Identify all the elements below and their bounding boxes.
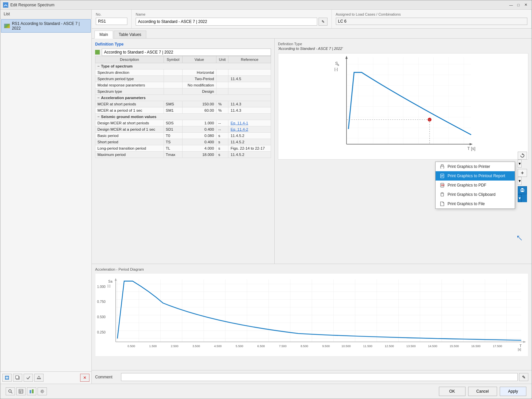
svg-text:0.250: 0.250 <box>97 331 106 334</box>
row-ref: 11.4.3 <box>228 101 271 107</box>
svg-text:12.500: 12.500 <box>385 344 394 348</box>
search-button[interactable] <box>6 387 15 395</box>
tab-table-values[interactable]: Table Values <box>114 31 146 38</box>
row-ref: Eq. 11.4-1 <box>228 120 271 126</box>
add-icon[interactable] <box>2 374 12 382</box>
menu-item-report[interactable]: Print Graphics to Printout Report <box>436 171 515 181</box>
diagram-button[interactable] <box>27 387 36 395</box>
svg-rect-23 <box>521 188 523 190</box>
mini-chart-svg: S a [-] T [s] <box>278 54 528 159</box>
svg-rect-24 <box>521 191 523 192</box>
row-symbol <box>164 69 183 76</box>
svg-text:10.500: 10.500 <box>341 344 351 348</box>
zoom-tool-button[interactable] <box>518 169 527 177</box>
table-row: Maximum period Tmax 18.000 s 11.4.5.2 <box>95 152 271 158</box>
row-value: 0.080 <box>183 133 216 139</box>
title-bar: Edit Response Spectrum — □ ✕ <box>0 0 532 10</box>
row-value: 1.000 <box>183 120 216 126</box>
name-input[interactable] <box>136 18 317 26</box>
row-ref: Figs. 22-14 to 22-17 <box>228 145 271 152</box>
row-symbol: T0 <box>164 133 183 139</box>
ok-button[interactable]: OK <box>439 387 466 396</box>
print-tool-button[interactable] <box>518 186 527 194</box>
cancel-button[interactable]: Cancel <box>468 387 497 396</box>
menu-item-printer[interactable]: Print Graphics to Printer <box>436 162 515 171</box>
chart-def-value: 'According to Standard - ASCE 7 | 2022' <box>278 47 528 51</box>
pdf-icon: PDF <box>440 183 445 188</box>
table-row: Spectrum type Design <box>95 88 271 95</box>
row-symbol: SMS <box>164 101 183 107</box>
table-view-button[interactable] <box>16 387 26 395</box>
menu-item-pdf[interactable]: PDF Print Graphics to PDF <box>436 181 515 190</box>
menu-item-clipboard[interactable]: Print Graphics to Clipboard <box>436 190 515 199</box>
row-unit <box>216 82 228 88</box>
row-symbol: SM1 <box>164 107 183 114</box>
rotate-dropdown[interactable]: ▼ <box>518 160 522 168</box>
row-desc: MCER at a period of 1 sec <box>95 107 164 114</box>
col-unit: Unit <box>216 56 228 63</box>
left-panel: List RS1 According to Standard - ASCE 7 … <box>0 10 92 384</box>
rename-icon[interactable] <box>34 374 44 382</box>
collapse-icon[interactable]: − <box>97 115 100 119</box>
maximize-button[interactable]: □ <box>515 2 522 8</box>
print-dropdown[interactable]: ▼ <box>518 194 522 202</box>
delete-button[interactable]: ✕ <box>80 374 89 382</box>
comment-label: Comment <box>95 375 118 379</box>
no-input[interactable] <box>96 18 127 25</box>
row-ref: 11.4.5.2 <box>228 133 271 139</box>
comment-edit-button[interactable]: ✎ <box>519 373 528 381</box>
settings-button[interactable] <box>38 387 47 395</box>
ref-link[interactable]: Eq. 11.4-2 <box>230 127 248 131</box>
row-value: No modification <box>183 82 216 88</box>
checkmark-icon[interactable] <box>24 374 33 382</box>
section-label: Type of spectrum <box>101 64 133 68</box>
svg-text:8.500: 8.500 <box>301 344 308 348</box>
row-value: 60.00 <box>183 107 216 114</box>
comment-input[interactable] <box>121 373 518 381</box>
row-desc: Spectrum direction <box>95 69 164 76</box>
svg-text:0.750: 0.750 <box>97 300 106 304</box>
svg-text:T: T <box>520 344 522 348</box>
table-row: MCER at short periods SMS 150.00 % 11.4.… <box>95 101 271 107</box>
rotate-tool-button[interactable] <box>518 152 527 160</box>
assigned-input[interactable] <box>336 18 528 25</box>
name-edit-button[interactable]: ✎ <box>319 18 328 26</box>
row-desc: Design MCER at short periods <box>95 120 164 126</box>
list-header: List <box>0 10 91 19</box>
row-desc: Maximum period <box>95 152 164 158</box>
tab-main[interactable]: Main <box>94 31 113 39</box>
definition-type-dropdown[interactable]: According to Standard - ASCE 7 | 2022 <box>102 49 271 56</box>
full-content: Definition Type According to Standard - … <box>92 39 532 384</box>
copy-list-icon[interactable] <box>13 374 22 382</box>
name-cell: Name ✎ <box>132 10 332 28</box>
svg-marker-11 <box>469 143 472 145</box>
row-unit: % <box>216 101 228 107</box>
printer-icon <box>440 164 445 169</box>
col-reference: Reference <box>228 56 271 63</box>
name-input-row: ✎ <box>136 18 328 26</box>
svg-rect-74 <box>32 389 34 393</box>
apply-button[interactable]: Apply <box>500 387 526 396</box>
blue-arrow-indicator: ↑ <box>513 231 525 244</box>
row-value: 150.00 <box>183 101 216 107</box>
svg-text:[-]: [-] <box>334 67 338 71</box>
collapse-icon[interactable]: − <box>97 96 100 100</box>
row-unit <box>216 88 228 95</box>
table-row: Design MCER at short periods SDS 1.000 -… <box>95 120 271 126</box>
menu-item-file[interactable]: Print Graphics to File <box>436 199 515 208</box>
ref-link[interactable]: Eq. 11.4-1 <box>230 121 248 125</box>
window-icon <box>3 2 8 8</box>
definition-type-section: Definition Type According to Standard - … <box>95 42 271 56</box>
minimize-button[interactable]: — <box>508 2 514 8</box>
header-row: No. Name ✎ Assigned to Load Cases / Comb… <box>92 10 532 29</box>
table-row: MCER at a period of 1 sec SM1 60.00 % 11… <box>95 107 271 114</box>
zoom-dropdown[interactable]: ▼ <box>518 177 522 185</box>
row-value: Design <box>183 88 216 95</box>
assigned-label: Assigned to Load Cases / Combinations <box>336 12 528 16</box>
menu-item-report-label: Print Graphics to Printout Report <box>448 174 505 178</box>
list-item-label: RS1 According to Standard - ASCE 7 | 202… <box>12 21 88 31</box>
table-row: Modal response parameters No modificatio… <box>95 82 271 88</box>
list-item[interactable]: RS1 According to Standard - ASCE 7 | 202… <box>1 19 91 33</box>
collapse-icon[interactable]: − <box>97 64 100 68</box>
close-button[interactable]: ✕ <box>522 2 529 8</box>
